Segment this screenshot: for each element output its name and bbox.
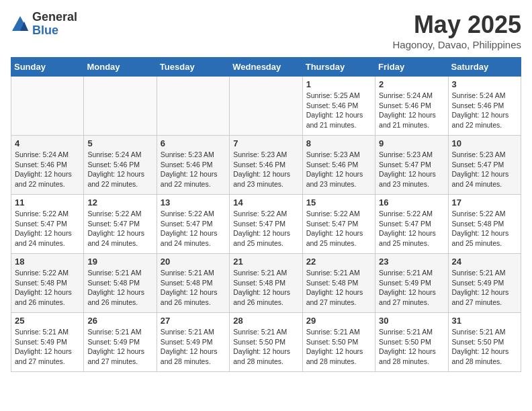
day-info: Sunrise: 5:25 AMSunset: 5:46 PMDaylight:… — [306, 91, 371, 130]
day-number: 12 — [87, 197, 152, 208]
day-number: 21 — [233, 257, 298, 267]
day-number: 16 — [379, 197, 444, 208]
day-info: Sunrise: 5:22 AMSunset: 5:48 PMDaylight:… — [452, 209, 517, 248]
day-number: 19 — [87, 257, 152, 267]
day-info: Sunrise: 5:22 AMSunset: 5:47 PMDaylight:… — [87, 209, 152, 248]
empty-cell — [84, 77, 157, 136]
day-cell-17: 17Sunrise: 5:22 AMSunset: 5:48 PMDayligh… — [448, 195, 521, 254]
day-number: 7 — [233, 138, 298, 148]
day-info: Sunrise: 5:22 AMSunset: 5:47 PMDaylight:… — [306, 209, 371, 248]
day-cell-21: 21Sunrise: 5:21 AMSunset: 5:48 PMDayligh… — [230, 254, 302, 313]
weekday-header-saturday: Saturday — [448, 58, 521, 77]
weekday-header-wednesday: Wednesday — [230, 58, 302, 77]
day-number: 18 — [15, 257, 80, 267]
day-number: 28 — [233, 316, 298, 326]
day-info: Sunrise: 5:21 AMSunset: 5:50 PMDaylight:… — [452, 327, 517, 367]
day-number: 3 — [452, 79, 517, 89]
day-number: 2 — [379, 79, 444, 89]
day-info: Sunrise: 5:24 AMSunset: 5:46 PMDaylight:… — [87, 150, 152, 189]
day-info: Sunrise: 5:22 AMSunset: 5:47 PMDaylight:… — [379, 209, 444, 248]
logo-blue-text: Blue — [32, 24, 77, 38]
day-info: Sunrise: 5:23 AMSunset: 5:46 PMDaylight:… — [161, 150, 226, 189]
day-cell-2: 2Sunrise: 5:24 AMSunset: 5:46 PMDaylight… — [375, 77, 448, 136]
day-number: 13 — [161, 197, 226, 208]
day-cell-20: 20Sunrise: 5:21 AMSunset: 5:48 PMDayligh… — [157, 254, 229, 313]
day-info: Sunrise: 5:21 AMSunset: 5:48 PMDaylight:… — [87, 268, 152, 308]
day-cell-7: 7Sunrise: 5:23 AMSunset: 5:46 PMDaylight… — [230, 136, 302, 195]
day-cell-8: 8Sunrise: 5:23 AMSunset: 5:46 PMDaylight… — [302, 136, 375, 195]
day-info: Sunrise: 5:21 AMSunset: 5:48 PMDaylight:… — [161, 268, 226, 308]
day-cell-3: 3Sunrise: 5:24 AMSunset: 5:46 PMDaylight… — [448, 77, 521, 136]
day-info: Sunrise: 5:21 AMSunset: 5:49 PMDaylight:… — [15, 327, 80, 367]
day-number: 30 — [379, 316, 444, 326]
day-cell-11: 11Sunrise: 5:22 AMSunset: 5:47 PMDayligh… — [11, 195, 84, 254]
day-info: Sunrise: 5:23 AMSunset: 5:47 PMDaylight:… — [379, 150, 444, 189]
day-cell-19: 19Sunrise: 5:21 AMSunset: 5:48 PMDayligh… — [84, 254, 157, 313]
weekday-header-friday: Friday — [375, 58, 448, 77]
day-cell-27: 27Sunrise: 5:21 AMSunset: 5:49 PMDayligh… — [157, 313, 229, 372]
day-cell-9: 9Sunrise: 5:23 AMSunset: 5:47 PMDaylight… — [375, 136, 448, 195]
logo-text: General Blue — [32, 11, 77, 38]
day-info: Sunrise: 5:22 AMSunset: 5:48 PMDaylight:… — [15, 268, 80, 308]
day-cell-18: 18Sunrise: 5:22 AMSunset: 5:48 PMDayligh… — [11, 254, 84, 313]
day-cell-31: 31Sunrise: 5:21 AMSunset: 5:50 PMDayligh… — [448, 313, 521, 372]
week-row-2: 4Sunrise: 5:24 AMSunset: 5:46 PMDaylight… — [11, 136, 521, 195]
day-number: 4 — [15, 138, 80, 148]
day-info: Sunrise: 5:23 AMSunset: 5:46 PMDaylight:… — [306, 150, 371, 189]
day-number: 10 — [452, 138, 517, 148]
day-info: Sunrise: 5:21 AMSunset: 5:49 PMDaylight:… — [161, 327, 226, 367]
weekday-header-thursday: Thursday — [302, 58, 375, 77]
weekday-header-tuesday: Tuesday — [157, 58, 229, 77]
day-info: Sunrise: 5:22 AMSunset: 5:47 PMDaylight:… — [233, 209, 298, 248]
week-row-4: 18Sunrise: 5:22 AMSunset: 5:48 PMDayligh… — [11, 254, 521, 313]
day-cell-24: 24Sunrise: 5:21 AMSunset: 5:49 PMDayligh… — [448, 254, 521, 313]
day-number: 24 — [452, 257, 517, 267]
day-cell-12: 12Sunrise: 5:22 AMSunset: 5:47 PMDayligh… — [84, 195, 157, 254]
day-cell-23: 23Sunrise: 5:21 AMSunset: 5:49 PMDayligh… — [375, 254, 448, 313]
day-number: 25 — [15, 316, 80, 326]
day-cell-13: 13Sunrise: 5:22 AMSunset: 5:47 PMDayligh… — [157, 195, 229, 254]
day-info: Sunrise: 5:21 AMSunset: 5:49 PMDaylight:… — [452, 268, 517, 308]
day-info: Sunrise: 5:21 AMSunset: 5:50 PMDaylight:… — [233, 327, 298, 367]
day-info: Sunrise: 5:21 AMSunset: 5:49 PMDaylight:… — [87, 327, 152, 367]
day-number: 9 — [379, 138, 444, 148]
day-number: 23 — [379, 257, 444, 267]
logo-general-text: General — [32, 11, 77, 24]
empty-cell — [230, 77, 302, 136]
day-number: 15 — [306, 197, 371, 208]
day-number: 6 — [161, 138, 226, 148]
day-number: 27 — [161, 316, 226, 326]
day-number: 17 — [452, 197, 517, 208]
day-number: 22 — [306, 257, 371, 267]
day-number: 11 — [15, 197, 80, 208]
day-cell-6: 6Sunrise: 5:23 AMSunset: 5:46 PMDaylight… — [157, 136, 229, 195]
week-row-5: 25Sunrise: 5:21 AMSunset: 5:49 PMDayligh… — [11, 313, 521, 372]
day-cell-4: 4Sunrise: 5:24 AMSunset: 5:46 PMDaylight… — [11, 136, 84, 195]
day-info: Sunrise: 5:21 AMSunset: 5:50 PMDaylight:… — [306, 327, 371, 367]
day-cell-5: 5Sunrise: 5:24 AMSunset: 5:46 PMDaylight… — [84, 136, 157, 195]
day-info: Sunrise: 5:21 AMSunset: 5:50 PMDaylight:… — [379, 327, 444, 367]
day-info: Sunrise: 5:24 AMSunset: 5:46 PMDaylight:… — [452, 91, 517, 130]
day-info: Sunrise: 5:21 AMSunset: 5:49 PMDaylight:… — [379, 268, 444, 308]
day-info: Sunrise: 5:23 AMSunset: 5:46 PMDaylight:… — [233, 150, 298, 189]
empty-cell — [157, 77, 229, 136]
day-cell-28: 28Sunrise: 5:21 AMSunset: 5:50 PMDayligh… — [230, 313, 302, 372]
day-cell-29: 29Sunrise: 5:21 AMSunset: 5:50 PMDayligh… — [302, 313, 375, 372]
day-number: 5 — [87, 138, 152, 148]
weekday-header-row: SundayMondayTuesdayWednesdayThursdayFrid… — [11, 58, 521, 77]
calendar-table: SundayMondayTuesdayWednesdayThursdayFrid… — [11, 57, 521, 372]
day-number: 26 — [87, 316, 152, 326]
empty-cell — [11, 77, 84, 136]
month-title: May 2025 — [392, 11, 521, 39]
logo-icon — [11, 15, 30, 34]
title-area: May 2025 Hagonoy, Davao, Philippines — [392, 11, 521, 50]
day-info: Sunrise: 5:24 AMSunset: 5:46 PMDaylight:… — [15, 150, 80, 189]
day-cell-25: 25Sunrise: 5:21 AMSunset: 5:49 PMDayligh… — [11, 313, 84, 372]
day-number: 31 — [452, 316, 517, 326]
day-info: Sunrise: 5:22 AMSunset: 5:47 PMDaylight:… — [15, 209, 80, 248]
day-info: Sunrise: 5:21 AMSunset: 5:48 PMDaylight:… — [306, 268, 371, 308]
weekday-header-sunday: Sunday — [11, 58, 84, 77]
weekday-header-monday: Monday — [84, 58, 157, 77]
day-cell-10: 10Sunrise: 5:23 AMSunset: 5:47 PMDayligh… — [448, 136, 521, 195]
day-info: Sunrise: 5:21 AMSunset: 5:48 PMDaylight:… — [233, 268, 298, 308]
